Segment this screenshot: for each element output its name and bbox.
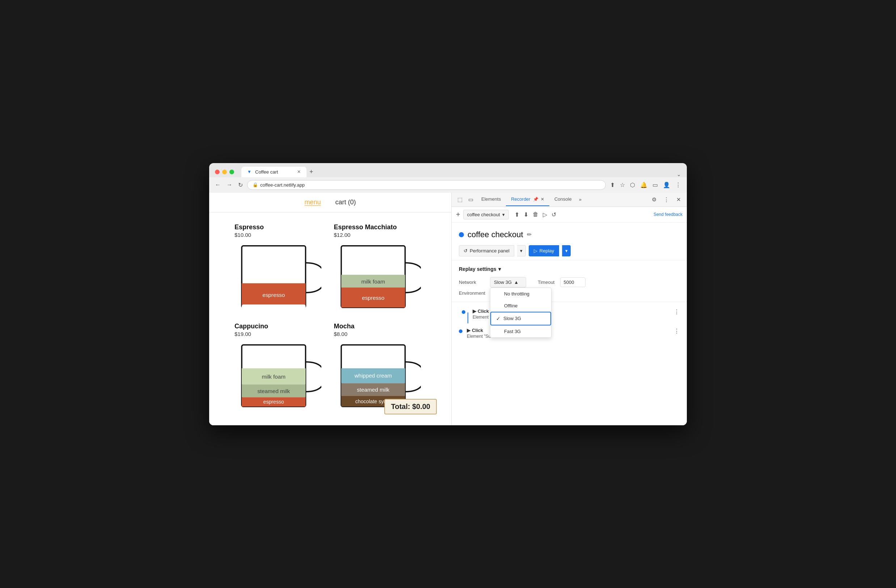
recording-selector[interactable]: coffee checkout ▾: [463, 210, 509, 219]
svg-text:whipped cream: whipped cream: [354, 372, 392, 378]
coffee-item-espresso[interactable]: Espresso $10.00 espresso: [231, 220, 331, 319]
event-expand-icon-2[interactable]: ▶: [467, 328, 471, 333]
maximize-button[interactable]: [229, 170, 234, 174]
traffic-lights: [215, 170, 234, 174]
play-button[interactable]: ▷: [541, 210, 549, 219]
dropdown-item-slow3g[interactable]: ✓ Slow 3G: [490, 312, 551, 325]
recording-header: coffee checkout ✏ ↺ Performance panel ▾ …: [452, 223, 687, 260]
share-icon[interactable]: ⬆: [609, 180, 616, 190]
espresso-price: $10.00: [235, 232, 327, 238]
network-select[interactable]: Slow 3G ▲: [490, 277, 526, 287]
event-expand-icon-1[interactable]: ▶: [472, 308, 476, 314]
network-dropdown: No throttling Offline ✓ Slow 3G: [490, 287, 552, 338]
new-tab-button[interactable]: +: [306, 167, 316, 177]
inspector-icon[interactable]: ⬚: [454, 193, 465, 207]
download-button[interactable]: ⬇: [522, 210, 530, 219]
dropdown-item-no-throttling[interactable]: No throttling: [490, 288, 551, 300]
notification-icon[interactable]: 🔔: [639, 180, 649, 190]
address-bar[interactable]: 🔒 coffee-cart.netlify.app: [247, 180, 606, 190]
macchiato-name: Espresso Macchiato: [334, 223, 426, 231]
network-setting-row: Network Slow 3G ▲ No throttling: [459, 277, 680, 287]
replay-play-icon: ▷: [534, 248, 537, 254]
event-menu-icon-2[interactable]: ⋮: [674, 328, 680, 334]
svg-text:espresso: espresso: [262, 292, 285, 298]
svg-text:steamed milk: steamed milk: [357, 387, 389, 393]
edit-recording-icon[interactable]: ✏: [527, 231, 532, 238]
lock-icon: 🔒: [253, 182, 258, 187]
cart-nav-link[interactable]: cart (0): [335, 199, 356, 206]
history-button[interactable]: ↺: [550, 210, 558, 219]
replay-settings-title[interactable]: Replay settings ▾: [459, 266, 680, 272]
espresso-name: Espresso: [235, 223, 327, 231]
toolbar-icons: ⬆ ☆ ⬡ 🔔 ▭ 👤 ⋮: [609, 180, 683, 190]
recording-title: coffee checkout: [468, 230, 523, 239]
browser-window: ▼ Coffee cart ✕ + ⌄ ← → ↻ 🔒 coffee-cart.…: [209, 163, 687, 425]
macchiato-mug: milk foam espresso: [334, 242, 421, 314]
event-item-1: ▶ Click Element "Promotion message" ⋮: [452, 305, 687, 325]
menu-nav-link[interactable]: menu: [304, 199, 321, 206]
perf-panel-arrow-button[interactable]: ▾: [517, 245, 526, 257]
svg-text:steamed milk: steamed milk: [257, 387, 290, 394]
event-type-label-2: Click: [472, 328, 483, 333]
svg-text:espresso: espresso: [264, 399, 284, 405]
events-list: ▶ Click Element "Promotion message" ⋮ ▶: [452, 302, 687, 345]
mocha-price: $8.00: [334, 331, 426, 337]
upload-button[interactable]: ⬆: [513, 210, 521, 219]
total-badge: Total: $0.00: [384, 399, 437, 415]
add-recording-button[interactable]: +: [456, 210, 460, 219]
refresh-button[interactable]: ↻: [237, 180, 244, 190]
back-button[interactable]: ←: [213, 180, 222, 190]
forward-button[interactable]: →: [225, 180, 234, 190]
coffee-grid: Espresso $10.00 espresso: [209, 213, 451, 425]
device-icon[interactable]: ▭: [465, 193, 476, 207]
tab-close-icon[interactable]: ✕: [297, 169, 301, 174]
more-tabs-icon[interactable]: »: [577, 193, 584, 206]
cappucino-mug: milk foam steamed milk espresso: [235, 341, 322, 413]
profile-icon[interactable]: 👤: [661, 180, 672, 190]
cast-icon[interactable]: ▭: [651, 180, 659, 190]
title-bar: ▼ Coffee cart ✕ + ⌄: [209, 163, 687, 177]
minimize-button[interactable]: [222, 170, 227, 174]
event-type-label-1: Click: [478, 308, 489, 314]
recording-title-row: coffee checkout ✏: [459, 230, 680, 239]
cappucino-price: $19.00: [235, 331, 327, 337]
dropdown-item-fast3g[interactable]: Fast 3G: [490, 325, 551, 337]
tab-elements[interactable]: Elements: [476, 193, 506, 206]
network-value: Slow 3G: [494, 280, 512, 285]
browser-tab[interactable]: ▼ Coffee cart ✕: [241, 167, 306, 177]
replay-button[interactable]: ▷ Replay: [529, 245, 559, 257]
timeout-input[interactable]: [560, 277, 585, 287]
performance-panel-button[interactable]: ↺ Performance panel: [459, 245, 514, 257]
close-button[interactable]: [215, 170, 219, 174]
environment-label: Environment: [459, 290, 485, 296]
devtools-close-icon[interactable]: ✕: [674, 193, 684, 207]
devtools-more-icon[interactable]: ⋮: [661, 193, 672, 207]
mocha-name: Mocha: [334, 322, 426, 330]
bookmark-icon[interactable]: ☆: [619, 180, 626, 190]
recorder-close-icon[interactable]: ✕: [541, 197, 544, 202]
extensions-icon[interactable]: ⬡: [629, 180, 637, 190]
replay-arrow-button[interactable]: ▾: [562, 245, 571, 257]
recorder-badge-icon: 📌: [533, 197, 538, 202]
send-feedback-link[interactable]: Send feedback: [654, 212, 683, 217]
tabs-bar: ▼ Coffee cart ✕ + ⌄: [241, 167, 681, 177]
coffee-item-mocha[interactable]: Mocha $8.00 whipped cream steamed milk: [331, 319, 430, 418]
recorder-icon-group: ⬆ ⬇ 🗑 ▷ ↺: [513, 210, 558, 219]
tab-favicon-icon: ▼: [247, 169, 252, 174]
tab-console[interactable]: Console: [549, 193, 577, 206]
coffee-item-macchiato[interactable]: Espresso Macchiato $12.00 milk foam espr…: [331, 220, 430, 319]
selected-check-icon: ✓: [496, 316, 500, 322]
delete-button[interactable]: 🗑: [531, 210, 540, 219]
tab-menu-icon[interactable]: ⌄: [677, 172, 681, 177]
more-icon[interactable]: ⋮: [674, 180, 683, 190]
tab-recorder[interactable]: Recorder 📌 ✕: [506, 193, 549, 206]
event-menu-icon-1[interactable]: ⋮: [674, 308, 680, 315]
tab-title: Coffee cart: [255, 169, 278, 175]
replay-settings: Replay settings ▾ Network Slow 3G ▲: [452, 260, 687, 302]
perf-panel-label: Performance panel: [470, 248, 509, 254]
coffee-item-cappucino[interactable]: Cappucino $19.00 milk foam steamed milk: [231, 319, 331, 418]
devtools-settings-icons: ⚙ ⋮ ✕: [649, 193, 684, 207]
settings-icon[interactable]: ⚙: [649, 193, 659, 207]
dropdown-item-offline[interactable]: Offline: [490, 300, 551, 312]
offline-label: Offline: [504, 303, 518, 308]
